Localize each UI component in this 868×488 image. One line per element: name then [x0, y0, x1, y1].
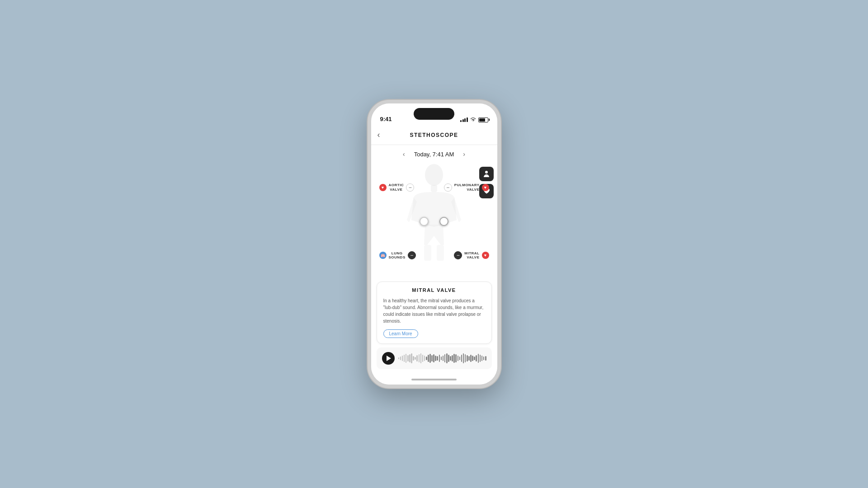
waveform-bar — [429, 354, 431, 363]
waveform-bar — [409, 354, 410, 362]
waveform-bar — [459, 357, 461, 360]
waveform-bar — [435, 356, 436, 361]
waveform-bar — [426, 357, 427, 360]
date-label: Today, 7:41 AM — [414, 151, 454, 158]
info-card-text: In a healthy heart, the mitral valve pro… — [383, 297, 485, 324]
stetho-point-right[interactable] — [439, 217, 448, 226]
audio-waveform[interactable] — [398, 353, 486, 364]
nav-bar: ‹ STETHOSCOPE — [371, 125, 497, 145]
svg-rect-3 — [437, 245, 444, 261]
waveform-bar — [467, 355, 468, 361]
date-navigation: ‹ Today, 7:41 AM › — [371, 145, 497, 161]
lung-sounds-label: 🫁 LUNG SOUNDS − — [379, 251, 416, 260]
status-icons — [460, 117, 488, 122]
waveform-bar — [406, 354, 407, 363]
waveform-bar — [444, 354, 446, 362]
pulmonary-valve-label: − PULMONARY VALVE ♥ — [444, 183, 489, 192]
waveform-bar — [448, 355, 449, 362]
learn-more-button[interactable]: Learn More — [383, 329, 418, 338]
dynamic-island — [414, 108, 454, 120]
waveform-bar — [437, 356, 438, 361]
body-visualization: ♥ AORTIC VALVE − − PULMONARY VALVE ♥ 🫁 — [371, 161, 497, 282]
view-toggle — [479, 167, 494, 198]
home-indicator — [371, 375, 497, 385]
waveform-bar — [419, 354, 420, 362]
mitral-valve-icon: ♥ — [482, 252, 489, 259]
waveform-bar — [415, 357, 416, 360]
waveform-bar — [439, 355, 440, 362]
pulmonary-valve-icon: ♥ — [482, 184, 489, 191]
waveform-bar — [468, 356, 470, 361]
waveform-bar — [470, 355, 472, 362]
waveform-bar — [411, 353, 412, 363]
audio-player — [377, 347, 492, 369]
svg-point-0 — [425, 164, 443, 186]
waveform-bar — [424, 356, 425, 361]
nav-title: STETHOSCOPE — [410, 132, 458, 138]
aortic-valve-text: AORTIC VALVE — [389, 183, 404, 192]
waveform-bar — [472, 356, 473, 361]
pulmonary-valve-text: PULMONARY VALVE — [454, 183, 480, 192]
waveform-bar — [431, 355, 433, 361]
human-body-image — [389, 161, 479, 265]
waveform-bar — [402, 356, 403, 361]
play-icon — [387, 356, 391, 361]
signal-bars-icon — [460, 117, 468, 122]
waveform-bar — [465, 354, 466, 362]
waveform-bar — [463, 353, 464, 363]
stetho-point-left[interactable] — [420, 217, 429, 226]
waveform-bar — [443, 356, 444, 361]
waveform-bar — [420, 353, 422, 363]
waveform-bar — [441, 357, 442, 360]
play-button[interactable] — [382, 352, 395, 365]
lung-minus-button[interactable]: − — [408, 251, 416, 259]
mitral-valve-text: MITRAL VALVE — [464, 251, 479, 260]
aortic-valve-icon: ♥ — [379, 184, 387, 191]
info-card: MITRAL VALVE In a healthy heart, the mit… — [377, 282, 492, 344]
waveform-bar — [398, 357, 400, 359]
front-view-button[interactable] — [479, 167, 494, 181]
aortic-valve-label: ♥ AORTIC VALVE − — [379, 183, 415, 192]
waveform-bar — [433, 354, 434, 362]
mitral-valve-label: − MITRAL VALVE ♥ — [454, 251, 489, 260]
waveform-bar — [404, 355, 405, 362]
waveform-bar — [480, 355, 481, 362]
battery-fill — [479, 118, 486, 122]
waveform-bar — [485, 356, 486, 361]
svg-rect-2 — [424, 245, 431, 261]
waveform-bar — [474, 357, 475, 360]
phone-frame: 9:41 ‹ STETHOSCOPE — [368, 100, 501, 388]
waveform-bar — [413, 356, 414, 361]
waveform-bar — [453, 354, 455, 363]
waveform-bar — [476, 355, 477, 361]
waveform-bar — [428, 355, 429, 362]
waveform-bar — [407, 355, 409, 361]
next-date-button[interactable]: › — [463, 150, 465, 158]
waveform-bar — [455, 354, 457, 362]
waveform-bar — [416, 355, 418, 361]
mitral-minus-button[interactable]: − — [454, 251, 462, 259]
lung-sounds-text: LUNG SOUNDS — [389, 251, 406, 260]
waveform-bar — [481, 356, 483, 361]
waveform-bar — [478, 354, 479, 363]
waveform-bar — [446, 353, 448, 363]
wifi-icon — [470, 117, 476, 122]
waveform-bar — [483, 357, 485, 360]
home-pill — [411, 379, 457, 380]
waveform-bar — [400, 357, 401, 360]
svg-rect-1 — [431, 185, 437, 192]
aortic-minus-button[interactable]: − — [406, 183, 414, 192]
waveform-bar — [452, 355, 453, 361]
waveform-bar — [458, 356, 459, 361]
waveform-bar — [450, 356, 451, 361]
pulmonary-minus-button[interactable]: − — [444, 183, 452, 192]
info-card-title: MITRAL VALVE — [383, 287, 485, 293]
svg-point-4 — [485, 171, 488, 174]
prev-date-button[interactable]: ‹ — [403, 150, 405, 158]
main-content: ‹ Today, 7:41 AM › — [371, 145, 497, 375]
waveform-bar — [422, 355, 424, 362]
back-button[interactable]: ‹ — [377, 130, 380, 140]
waveform-bar — [461, 355, 462, 362]
lung-sounds-icon: 🫁 — [379, 252, 387, 259]
battery-icon — [478, 117, 488, 122]
